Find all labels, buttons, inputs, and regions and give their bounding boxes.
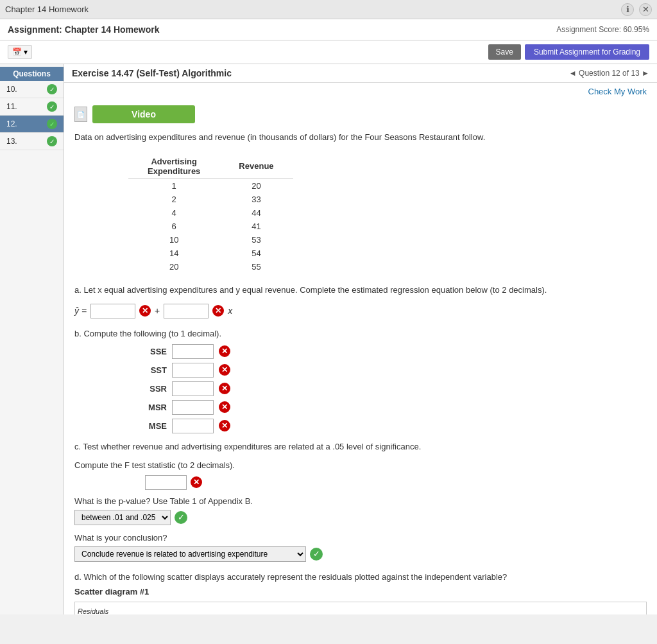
msr-error-icon[interactable]: ✕ — [219, 401, 230, 413]
conclusion-select[interactable]: Conclude revenue is related to advertisi… — [74, 546, 306, 562]
mse-label: MSE — [141, 421, 167, 431]
sidebar-item-13[interactable]: 13. ✓ — [0, 133, 64, 150]
problem-text: Data on advertising expenditures and rev… — [64, 128, 657, 149]
mse-input[interactable] — [172, 419, 214, 433]
video-section: 📄 Video — [64, 100, 657, 128]
table-row: 2055 — [128, 260, 293, 274]
table-row: 1053 — [128, 233, 293, 247]
assignment-header: Assignment: Chapter 14 Homework Assignme… — [0, 19, 657, 40]
check-icon-13: ✓ — [47, 136, 57, 146]
table-cell: 10 — [128, 233, 219, 247]
info-icon[interactable]: ℹ — [621, 3, 634, 16]
check-my-work-link[interactable]: Check My Work — [588, 87, 647, 96]
mse-error-icon[interactable]: ✕ — [219, 420, 230, 431]
save-button[interactable]: Save — [488, 44, 521, 60]
ssr-error-icon[interactable]: ✕ — [219, 383, 230, 394]
part-a-label: a. Let x equal advertising expenditures … — [74, 285, 647, 295]
assignment-score: Assignment Score: 60.95% — [556, 25, 649, 34]
msr-row: MSR ✕ — [64, 398, 657, 417]
scatter-title: Scatter diagram #1 — [64, 584, 657, 599]
col-header-adv: AdvertisingExpenditures — [128, 154, 219, 179]
table-cell: 44 — [219, 206, 293, 220]
slope-input[interactable] — [164, 304, 209, 318]
col-header-rev: Revenue — [219, 154, 293, 179]
toolbar-left: 📅 ▾ — [8, 45, 32, 59]
check-icon-12: ✓ — [47, 119, 57, 129]
table-row: 120 — [128, 178, 293, 193]
table-cell: 1 — [128, 178, 219, 193]
sse-row: SSE ✕ — [64, 342, 657, 361]
question-nav[interactable]: ◄ Question 12 of 13 ► — [569, 69, 649, 78]
ssr-label: SSR — [141, 384, 167, 394]
pvalue-check-icon: ✓ — [175, 511, 187, 524]
sse-input[interactable] — [172, 344, 214, 359]
table-row: 641 — [128, 220, 293, 233]
close-icon[interactable]: ✕ — [639, 3, 652, 16]
content-area: Exercise 14.47 (Self-Test) Algorithmic ◄… — [64, 64, 657, 614]
table-cell: 33 — [219, 193, 293, 206]
toolbar: 📅 ▾ Save Submit Assignment for Grading — [0, 40, 657, 64]
part-d-text: d. Which of the following scatter displa… — [64, 568, 657, 584]
sst-label: SST — [141, 365, 167, 375]
data-table: AdvertisingExpenditures Revenue 12023344… — [128, 154, 293, 274]
msr-label: MSR — [141, 403, 167, 412]
calendar-button[interactable]: 📅 ▾ — [8, 45, 32, 59]
calendar-icon: 📅 — [12, 48, 22, 57]
assignment-title: Assignment: Chapter 14 Homework — [8, 24, 160, 35]
sidebar-item-label-10: 10. — [6, 85, 17, 94]
sst-error-icon[interactable]: ✕ — [219, 364, 230, 376]
intercept-input[interactable] — [90, 304, 135, 318]
table-cell: 53 — [219, 233, 293, 247]
conclusion-select-row: Conclude revenue is related to advertisi… — [64, 545, 657, 568]
check-icon-11: ✓ — [47, 101, 57, 112]
msr-input[interactable] — [172, 400, 214, 415]
sse-error-icon[interactable]: ✕ — [219, 345, 230, 357]
intercept-error-icon[interactable]: ✕ — [139, 305, 151, 317]
toolbar-right: Save Submit Assignment for Grading — [488, 44, 649, 60]
table-cell: 6 — [128, 220, 219, 233]
calendar-dropdown-icon: ▾ — [24, 48, 28, 57]
scatter-y-label: Residuals — [78, 607, 108, 615]
pvalue-row: What is the p-value? Use Table 1 of Appe… — [64, 492, 657, 509]
title-bar: Chapter 14 Homework ℹ ✕ — [0, 0, 657, 19]
pvalue-select[interactable]: between .01 and .025 less than .01 betwe… — [74, 510, 171, 525]
yhat-label: ŷ = — [74, 306, 87, 316]
video-button[interactable]: Video — [92, 105, 195, 123]
table-cell: 4 — [128, 206, 219, 220]
check-icon-10: ✓ — [47, 84, 57, 94]
table-row: 444 — [128, 206, 293, 220]
f-stat-error-icon[interactable]: ✕ — [191, 476, 202, 488]
x-label: x — [228, 306, 232, 316]
slope-error-icon[interactable]: ✕ — [212, 305, 224, 317]
ssr-input[interactable] — [172, 381, 214, 396]
submit-button[interactable]: Submit Assignment for Grading — [525, 44, 649, 60]
sidebar-item-12[interactable]: 12. ✓ — [0, 116, 64, 133]
table-cell: 54 — [219, 247, 293, 260]
conclusion-label: What is your conclusion? — [64, 529, 657, 545]
doc-icon: 📄 — [74, 107, 87, 122]
table-cell: 41 — [219, 220, 293, 233]
main-layout: Questions 10. ✓ 11. ✓ 12. ✓ 13. ✓ Exerci… — [0, 64, 657, 614]
sidebar-item-11[interactable]: 11. ✓ — [0, 98, 64, 116]
sse-label: SSE — [141, 347, 167, 356]
plus-label: + — [155, 306, 160, 316]
part-a-section: a. Let x equal advertising expenditures … — [64, 279, 657, 301]
table-row: 1454 — [128, 247, 293, 260]
question-header: Exercise 14.47 (Self-Test) Algorithmic ◄… — [64, 64, 657, 83]
sidebar-item-label-13: 13. — [6, 137, 17, 146]
table-row: 233 — [128, 193, 293, 206]
sst-input[interactable] — [172, 363, 214, 378]
sidebar-header: Questions — [0, 67, 64, 81]
conclusion-check-icon: ✓ — [310, 548, 323, 561]
question-title: Exercise 14.47 (Self-Test) Algorithmic — [72, 68, 232, 78]
f-stat-input[interactable] — [145, 475, 187, 490]
table-cell: 55 — [219, 260, 293, 274]
pvalue-select-row: between .01 and .025 less than .01 betwe… — [64, 509, 657, 529]
compute-f-label: Compute the F test statistic (to 2 decim… — [64, 454, 657, 473]
sidebar-item-label-12: 12. — [6, 119, 17, 128]
check-my-work-area: Check My Work — [64, 83, 657, 100]
sidebar-item-10[interactable]: 10. ✓ — [0, 81, 64, 98]
equation-row: ŷ = ✕ + ✕ x — [64, 301, 657, 324]
scatter-diagram: Residuals — [74, 602, 647, 615]
table-cell: 20 — [128, 260, 219, 274]
